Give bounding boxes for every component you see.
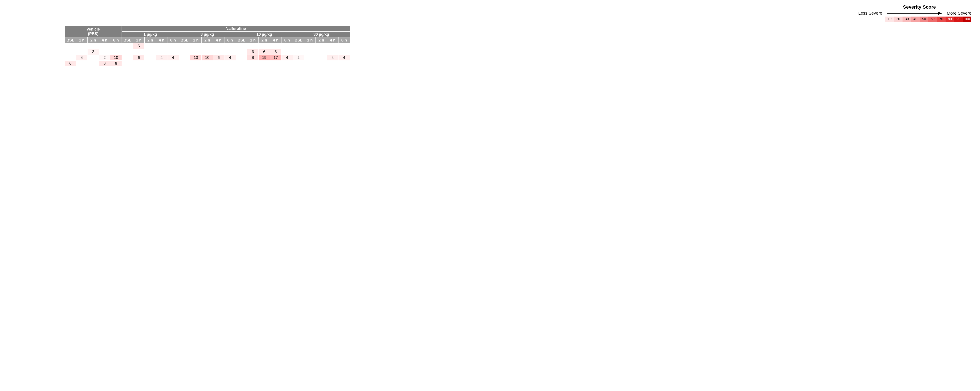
heatmap-cell xyxy=(88,61,99,66)
heatmap-cell xyxy=(213,43,224,49)
heatmap-cell xyxy=(282,61,293,66)
heatmap-cell: 6 xyxy=(259,49,270,55)
time-header: BSL xyxy=(293,37,304,43)
table-row: 6 xyxy=(65,43,350,49)
heatmap-cell xyxy=(259,61,270,66)
heatmap-cell: 4 xyxy=(156,55,167,61)
dose-1: 1 µg/kg xyxy=(122,32,179,37)
heatmap-cell xyxy=(282,43,293,49)
time-header: BSL xyxy=(236,37,247,43)
time-header: 1 h xyxy=(76,37,88,43)
heatmap-cell xyxy=(293,61,304,66)
heatmap-cell: 6 xyxy=(270,49,282,55)
time-header: 6 h xyxy=(224,37,236,43)
time-header: 2 h xyxy=(259,37,270,43)
heatmap-cell: 10 xyxy=(110,55,122,61)
heatmap-cell xyxy=(65,43,76,49)
heatmap-cell: 6 xyxy=(99,61,110,66)
time-header: 4 h xyxy=(270,37,282,43)
heatmap-cell: 4 xyxy=(327,55,339,61)
heatmap-cell xyxy=(327,49,339,55)
header-row-times: BSL1 h2 h4 h6 hBSL1 h2 h4 h6 hBSL1 h2 h4… xyxy=(65,37,350,43)
heatmap-cell: 10 xyxy=(190,55,202,61)
heatmap-cell: 17 xyxy=(270,55,282,61)
heatmap-cell xyxy=(133,61,145,66)
time-header: 6 h xyxy=(167,37,179,43)
heatmap-cell xyxy=(190,49,202,55)
group-vehicle: Vehicle (PBS) xyxy=(65,26,122,37)
time-header: 2 h xyxy=(202,37,213,43)
time-header: 4 h xyxy=(327,37,339,43)
dose-30: 30 µg/kg xyxy=(293,32,350,37)
heatmap-cell xyxy=(167,43,179,49)
heatmap-cell xyxy=(202,43,213,49)
heatmap-cell: 4 xyxy=(76,55,88,61)
table-row: 666 xyxy=(65,61,350,66)
time-header: 6 h xyxy=(282,37,293,43)
heatmap-cell xyxy=(259,43,270,49)
dose-10: 10 µg/kg xyxy=(236,32,293,37)
heatmap-cell xyxy=(99,43,110,49)
time-header: 2 h xyxy=(88,37,99,43)
legend-scale: 102030405060708090100 xyxy=(4,17,976,22)
time-header: 6 h xyxy=(339,37,350,43)
time-header: 6 h xyxy=(110,37,122,43)
time-header: 1 h xyxy=(190,37,202,43)
heatmap-cell: 4 xyxy=(282,55,293,61)
heatmap-cell xyxy=(224,43,236,49)
heatmap-cell xyxy=(316,49,327,55)
heatmap-cell: 6 xyxy=(110,61,122,66)
time-header: 1 h xyxy=(304,37,316,43)
heatmap-cell xyxy=(65,55,76,61)
heatmap-cell xyxy=(156,43,167,49)
legend-swatch-50: 50 xyxy=(920,17,928,22)
time-header: 4 h xyxy=(156,37,167,43)
heatmap-cell xyxy=(316,43,327,49)
heatmap-cell xyxy=(99,49,110,55)
legend-swatch-80: 80 xyxy=(945,17,954,22)
heatmap-cell xyxy=(145,61,156,66)
heatmap-cell xyxy=(190,43,202,49)
heatmap-cell xyxy=(224,61,236,66)
heatmap-cell xyxy=(145,43,156,49)
heatmap-cell xyxy=(133,49,145,55)
heatmap-cell xyxy=(304,43,316,49)
legend-swatch-30: 30 xyxy=(902,17,911,22)
heatmap-cell xyxy=(110,43,122,49)
group-nalfurafine: Nalfurafine xyxy=(122,26,350,32)
heatmap-cell xyxy=(293,49,304,55)
heatmap-cell xyxy=(339,61,350,66)
arrow-icon xyxy=(887,11,943,15)
heatmap-cell xyxy=(304,49,316,55)
heatmap-cell xyxy=(339,49,350,55)
heatmap-cell xyxy=(339,43,350,49)
time-header: 2 h xyxy=(316,37,327,43)
header-row-groups: Vehicle (PBS) Nalfurafine xyxy=(65,26,350,32)
heatmap-cell: 19 xyxy=(259,55,270,61)
heatmap-cell xyxy=(122,61,133,66)
legend-less-label: Less Severe xyxy=(858,11,882,16)
heatmap-cell xyxy=(282,49,293,55)
heatmap-cell xyxy=(156,49,167,55)
heatmap-cell xyxy=(88,55,99,61)
time-header: 4 h xyxy=(99,37,110,43)
heatmap-cell xyxy=(304,61,316,66)
heatmap-cell xyxy=(247,43,259,49)
group-vehicle-top: Vehicle xyxy=(86,27,100,32)
heatmap-cell: 4 xyxy=(339,55,350,61)
heatmap-cell: 6 xyxy=(133,43,145,49)
heatmap-cell xyxy=(122,43,133,49)
heatmap-cell xyxy=(76,61,88,66)
heatmap-cell: 4 xyxy=(167,55,179,61)
table-row: 3666 xyxy=(65,49,350,55)
legend-title-row: Less Severe Severity Score More Severe xyxy=(4,4,976,10)
heatmap-cell: 8 xyxy=(247,55,259,61)
heatmap-cell xyxy=(156,61,167,66)
heatmap-cell xyxy=(76,49,88,55)
heatmap-cell xyxy=(122,49,133,55)
heatmap-cell xyxy=(224,49,236,55)
heatmap-cell xyxy=(213,49,224,55)
legend-swatch-10: 10 xyxy=(885,17,894,22)
heatmap-cell xyxy=(145,55,156,61)
time-header: 2 h xyxy=(145,37,156,43)
